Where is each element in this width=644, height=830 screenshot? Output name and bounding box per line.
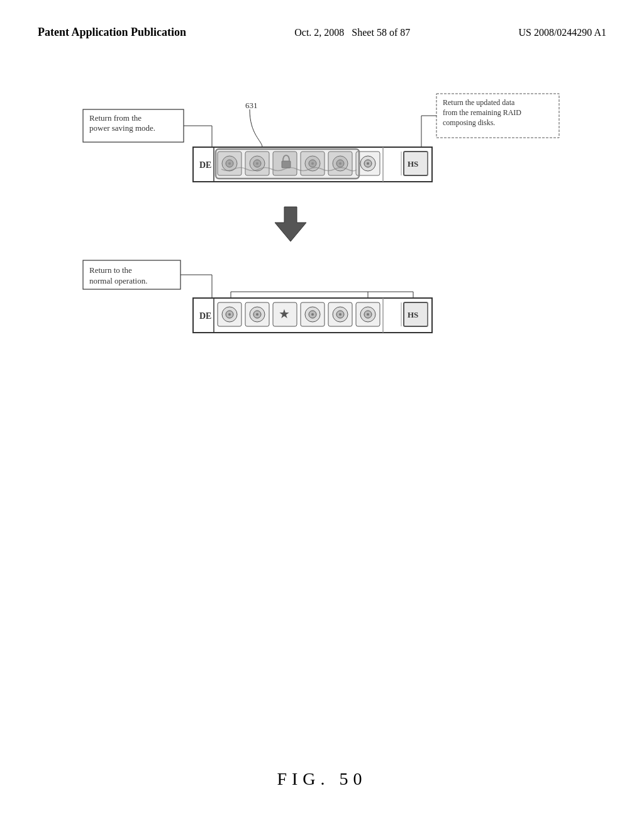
svg-point-65 <box>311 313 314 316</box>
svg-point-55 <box>228 313 231 316</box>
figure-caption: FIG. 50 <box>0 769 644 789</box>
svg-text:composing disks.: composing disks. <box>443 118 495 127</box>
publication-meta: Oct. 2, 2008 Sheet 58 of 87 <box>294 25 410 40</box>
page-header: Patent Application Publication Oct. 2, 2… <box>0 0 644 53</box>
svg-text:Return to the: Return to the <box>89 265 132 275</box>
svg-point-36 <box>367 162 369 165</box>
diagram-svg: Return from the power saving mode. 631 R… <box>77 91 567 418</box>
svg-text:HS: HS <box>408 310 418 319</box>
svg-marker-43 <box>275 207 306 241</box>
svg-text:HS: HS <box>408 159 418 169</box>
svg-point-69 <box>339 313 341 316</box>
publication-title: Patent Application Publication <box>38 25 186 40</box>
svg-text:power saving mode.: power saving mode. <box>89 123 155 133</box>
svg-rect-38 <box>216 149 359 179</box>
svg-text:Return from the: Return from the <box>89 113 142 123</box>
svg-text:★: ★ <box>279 307 290 321</box>
svg-text:Return the updated data: Return the updated data <box>443 98 515 107</box>
svg-text:631: 631 <box>245 101 258 110</box>
main-content: Return from the power saving mode. 631 R… <box>0 53 644 420</box>
sheet-info: Sheet 58 of 87 <box>352 27 410 38</box>
svg-text:DE: DE <box>199 311 211 321</box>
svg-text:from the remaining RAID: from the remaining RAID <box>443 108 521 117</box>
figure-diagram: Return from the power saving mode. 631 R… <box>77 91 567 420</box>
svg-point-73 <box>367 313 369 316</box>
patent-number: US 2008/0244290 A1 <box>518 27 606 38</box>
publication-date: Oct. 2, 2008 <box>294 27 344 38</box>
svg-text:DE: DE <box>199 160 211 170</box>
svg-text:normal operation.: normal operation. <box>89 276 147 285</box>
svg-point-59 <box>256 313 258 316</box>
